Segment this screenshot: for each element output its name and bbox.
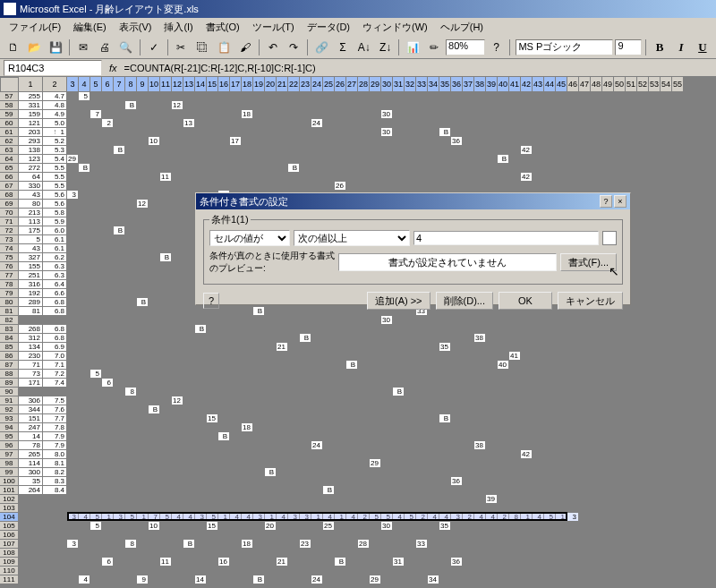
cell[interactable]: 331 (19, 101, 42, 109)
cell[interactable]: 251 (19, 271, 42, 279)
cell[interactable]: 6 (102, 379, 113, 387)
row-header[interactable]: 74 (0, 244, 19, 253)
col-header[interactable]: 16 (218, 77, 230, 92)
row-header[interactable]: 108 (0, 549, 19, 558)
cell[interactable]: 26 (335, 182, 345, 190)
col-header[interactable]: 43 (533, 77, 544, 92)
dialog-titlebar[interactable]: 条件付き書式の設定 ? × (196, 193, 630, 209)
cell[interactable]: B (300, 334, 311, 342)
cell[interactable]: 171 (19, 379, 42, 387)
cancel-button[interactable]: キャンセル (558, 292, 623, 310)
cell[interactable]: 12 (172, 101, 183, 109)
col-header[interactable]: 34 (428, 77, 439, 92)
select-all-corner[interactable] (0, 77, 19, 92)
col-header[interactable]: 44 (544, 77, 556, 92)
cell[interactable]: B (323, 486, 334, 494)
col-header[interactable]: 10 (149, 77, 160, 92)
save-icon[interactable]: 💾 (47, 38, 66, 57)
cell[interactable]: 5.6 (43, 191, 66, 199)
row-header[interactable]: 65 (0, 164, 19, 173)
row-header[interactable]: 90 (0, 388, 19, 396)
cell[interactable]: 24 (311, 119, 322, 127)
cell[interactable]: 36 (451, 477, 462, 485)
col-header[interactable]: 20 (265, 77, 277, 92)
mail-icon[interactable]: ✉ (73, 38, 93, 57)
row-header[interactable]: 69 (0, 200, 19, 209)
col-header[interactable]: 53 (649, 77, 661, 92)
col-header[interactable]: 15 (207, 77, 218, 92)
row-header[interactable]: 101 (0, 486, 19, 495)
menu-file[interactable]: ファイル(F) (4, 19, 66, 36)
col-header[interactable]: 42 (521, 77, 533, 92)
row-header[interactable]: 66 (0, 173, 19, 182)
cell[interactable]: B (79, 164, 90, 172)
row-header[interactable]: 87 (0, 361, 19, 370)
cell[interactable]: 6.1 (43, 244, 66, 252)
cell[interactable]: 268 (19, 325, 42, 333)
cell[interactable]: 42 (521, 450, 532, 458)
cell[interactable]: 264 (19, 486, 42, 494)
row-header[interactable]: 77 (0, 271, 19, 280)
col-header[interactable]: 1 (19, 77, 43, 92)
row-header[interactable]: 84 (0, 334, 19, 343)
col-header[interactable]: 36 (451, 77, 463, 92)
cell[interactable]: 4 (533, 513, 543, 521)
grid-area[interactable]: 1234567891011121314151617181920212223242… (0, 77, 716, 588)
cell[interactable]: 5.8 (43, 209, 66, 217)
cell[interactable]: 5 (125, 513, 136, 521)
cell[interactable]: 134 (19, 343, 42, 351)
row-header[interactable]: 83 (0, 325, 19, 334)
row-header[interactable]: 94 (0, 423, 19, 432)
cell[interactable]: 12 (172, 396, 183, 405)
dialog-close-button[interactable]: × (614, 195, 626, 208)
col-header[interactable]: 4 (79, 77, 90, 92)
cell[interactable]: 1 (335, 513, 345, 521)
cell[interactable]: 4.9 (43, 110, 66, 118)
cell[interactable]: 4 (183, 513, 194, 521)
col-header[interactable]: 13 (183, 77, 195, 92)
row-header[interactable]: 70 (0, 209, 19, 217)
cell[interactable]: 4 (230, 513, 241, 521)
col-header[interactable]: 8 (125, 77, 137, 92)
redo-icon[interactable]: ↷ (285, 38, 304, 57)
cell[interactable]: 316 (19, 280, 42, 288)
cell[interactable]: 175 (19, 226, 42, 234)
cell[interactable]: 6.3 (43, 271, 66, 279)
cell[interactable]: 4 (79, 513, 90, 521)
col-header[interactable]: 29 (370, 77, 381, 92)
menu-insert[interactable]: 挿入(I) (158, 19, 198, 36)
cell[interactable]: 6.8 (43, 307, 66, 315)
cell[interactable]: 7 (90, 110, 101, 118)
cell[interactable]: 38 (474, 334, 485, 342)
cell[interactable]: 3 (67, 513, 78, 521)
cell[interactable]: B (288, 164, 299, 172)
delete-button[interactable]: 削除(D)... (436, 292, 493, 310)
cell[interactable]: B (195, 325, 206, 333)
col-header[interactable]: 32 (405, 77, 416, 92)
cell[interactable]: 5.9 (43, 217, 66, 226)
row-header[interactable]: 64 (0, 155, 19, 164)
ok-button[interactable]: OK (499, 292, 552, 310)
cell[interactable]: 4 (393, 513, 404, 521)
cell[interactable]: 3 (300, 513, 311, 521)
cell[interactable]: 3 (67, 191, 78, 199)
help-icon[interactable]: ? (487, 38, 507, 57)
range-picker-icon[interactable] (602, 231, 617, 245)
cell[interactable]: 2 (463, 513, 473, 521)
cell[interactable]: 306 (19, 396, 42, 405)
cell[interactable]: 35 (439, 343, 450, 351)
col-header[interactable]: 18 (242, 77, 253, 92)
col-header[interactable]: 47 (579, 77, 591, 92)
cell[interactable]: 6.8 (43, 298, 66, 306)
cell[interactable]: 41 (509, 352, 520, 360)
comparison-select[interactable]: 次の値以上 (294, 230, 410, 246)
cell[interactable]: 114 (19, 459, 42, 467)
cell[interactable]: 5.5 (43, 173, 66, 181)
cell[interactable]: 293 (19, 137, 42, 145)
col-header[interactable]: 49 (602, 77, 614, 92)
zoom-combo[interactable]: 80% (446, 39, 485, 55)
row-header[interactable]: 97 (0, 450, 19, 459)
col-header[interactable]: 35 (439, 77, 451, 92)
col-header[interactable]: 45 (556, 77, 567, 92)
sum-icon[interactable]: Σ (333, 38, 353, 57)
